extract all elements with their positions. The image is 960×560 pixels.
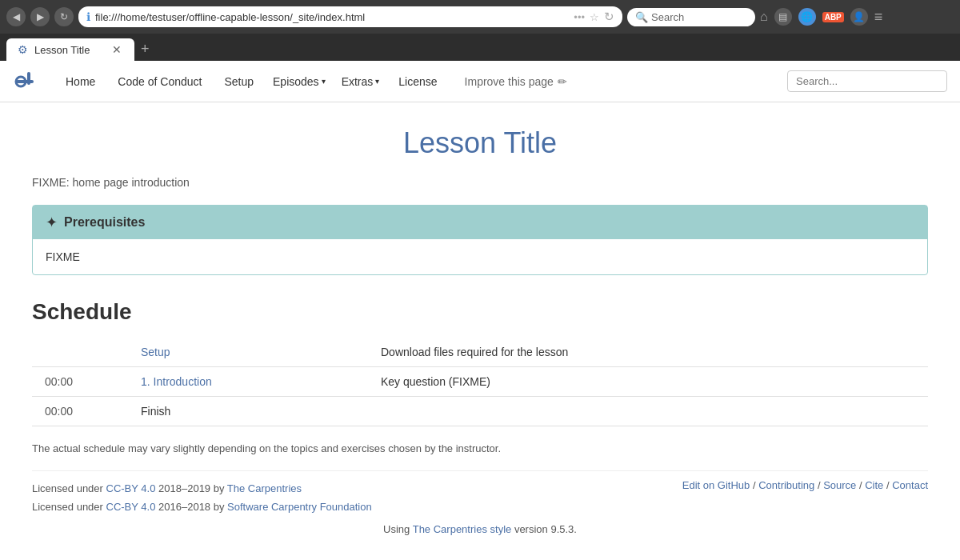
extras-dropdown-arrow: ▾ bbox=[375, 77, 379, 86]
schedule-link-0[interactable]: Setup bbox=[128, 338, 368, 367]
footer-source-link[interactable]: Source bbox=[823, 479, 856, 491]
footer-software-carpentry-link[interactable]: Software Carpentry Foundation bbox=[227, 501, 372, 513]
footer-center: Using The Carpentries style version 9.5.… bbox=[32, 523, 928, 535]
footer-right: Edit on GitHub / Contributing / Source /… bbox=[682, 479, 928, 491]
nav-setup[interactable]: Setup bbox=[213, 70, 265, 93]
active-tab[interactable]: ⚙ Lesson Title ✕ bbox=[6, 38, 134, 61]
schedule-finish-2: Finish bbox=[128, 397, 368, 426]
footer-cite-link[interactable]: Cite bbox=[865, 479, 883, 491]
nav-episodes[interactable]: Episodes ▾ bbox=[265, 70, 334, 93]
more-icon: ••• bbox=[574, 11, 585, 23]
prerequisites-body: FIXME bbox=[33, 239, 927, 274]
schedule-time-0 bbox=[32, 338, 128, 367]
footer-left: Licensed under CC-BY 4.0 2018–2019 by Th… bbox=[32, 479, 372, 517]
nav-license[interactable]: License bbox=[387, 70, 448, 93]
star-icon: ☆ bbox=[590, 11, 599, 23]
schedule-desc-0: Download files required for the lesson bbox=[368, 338, 928, 367]
nav-home[interactable]: Home bbox=[54, 70, 106, 93]
footer-cc-by-2[interactable]: CC-BY 4.0 bbox=[106, 501, 156, 513]
footer-license-1: Licensed under CC-BY 4.0 2018–2019 by Th… bbox=[32, 479, 372, 498]
new-tab-button[interactable]: + bbox=[134, 38, 156, 61]
pencil-icon: ✏ bbox=[558, 75, 567, 88]
footer-carpentries-style-link[interactable]: The Carpentries style bbox=[413, 523, 512, 535]
intro-text: FIXME: home page introduction bbox=[32, 176, 928, 189]
search-icon: 🔍 bbox=[635, 11, 648, 23]
back-button[interactable]: ◀ bbox=[6, 7, 26, 26]
footer-contributing-link[interactable]: Contributing bbox=[758, 479, 814, 491]
prerequisites-header: ✦ Prerequisites bbox=[33, 206, 927, 239]
schedule-note: The actual schedule may vary slightly de… bbox=[32, 442, 928, 454]
browser-icons: ⌂ ▤ 🌐 ABP 👤 ≡ bbox=[760, 8, 882, 26]
browser-search-placeholder: Search bbox=[651, 11, 684, 23]
star-icon: ✦ bbox=[46, 214, 58, 231]
schedule-link-setup[interactable]: Setup bbox=[141, 346, 170, 358]
schedule-link-1[interactable]: 1. Introduction bbox=[128, 367, 368, 397]
profile-icon[interactable]: 👤 bbox=[850, 8, 868, 26]
menu-icon[interactable]: ≡ bbox=[874, 9, 883, 26]
reload-icon: ↻ bbox=[604, 10, 614, 24]
tab-bar: ⚙ Lesson Title ✕ + bbox=[0, 34, 960, 61]
main-content: Lesson Title FIXME: home page introducti… bbox=[0, 102, 960, 560]
home-icon[interactable]: ⌂ bbox=[760, 10, 768, 24]
browser-search-bar[interactable]: 🔍 Search bbox=[627, 8, 755, 26]
reader-icon[interactable]: ▤ bbox=[774, 8, 792, 26]
table-row: 00:00 1. Introduction Key question (FIXM… bbox=[32, 367, 928, 397]
site-search-input[interactable] bbox=[787, 70, 947, 92]
nav-improve-page[interactable]: Improve this page ✏ bbox=[465, 75, 567, 88]
footer-inner: Licensed under CC-BY 4.0 2018–2019 by Th… bbox=[32, 479, 928, 517]
info-icon: ℹ bbox=[86, 10, 90, 23]
schedule-desc-2 bbox=[368, 397, 928, 426]
schedule-title: Schedule bbox=[32, 299, 928, 325]
schedule-time-2: 00:00 bbox=[32, 397, 128, 426]
address-bar[interactable]: ℹ file:///home/testuser/offline-capable-… bbox=[78, 6, 622, 27]
svg-rect-2 bbox=[27, 72, 30, 85]
nav-code-of-conduct[interactable]: Code of Conduct bbox=[106, 70, 213, 93]
prerequisites-title: Prerequisites bbox=[64, 215, 145, 230]
footer-edit-github[interactable]: Edit on GitHub bbox=[682, 479, 750, 491]
globe-icon[interactable]: 🌐 bbox=[798, 8, 816, 26]
schedule-desc-1: Key question (FIXME) bbox=[368, 367, 928, 397]
site-logo[interactable] bbox=[13, 66, 45, 98]
adblock-icon[interactable]: ABP bbox=[822, 12, 844, 22]
prerequisites-box: ✦ Prerequisites FIXME bbox=[32, 205, 928, 275]
schedule-table: Setup Download files required for the le… bbox=[32, 338, 928, 426]
footer-contact-link[interactable]: Contact bbox=[892, 479, 928, 491]
reload-button[interactable]: ↻ bbox=[54, 7, 74, 26]
schedule-link-introduction[interactable]: 1. Introduction bbox=[141, 375, 212, 388]
nav-links: Home Code of Conduct Setup Episodes ▾ Ex… bbox=[54, 70, 787, 93]
url-text: file:///home/testuser/offline-capable-le… bbox=[95, 11, 569, 23]
footer-cc-by-1[interactable]: CC-BY 4.0 bbox=[106, 482, 156, 494]
page-title: Lesson Title bbox=[32, 126, 928, 160]
tab-close-button[interactable]: ✕ bbox=[110, 43, 123, 56]
footer-license-2: Licensed under CC-BY 4.0 2016–2018 by So… bbox=[32, 498, 372, 516]
nav-extras[interactable]: Extras ▾ bbox=[334, 70, 388, 93]
tab-title: Lesson Title bbox=[34, 44, 90, 56]
table-row: 00:00 Finish bbox=[32, 397, 928, 426]
table-row: Setup Download files required for the le… bbox=[32, 338, 928, 367]
tab-icon: ⚙ bbox=[18, 43, 28, 56]
forward-button[interactable]: ▶ bbox=[30, 7, 50, 26]
browser-chrome: ◀ ▶ ↻ ℹ file:///home/testuser/offline-ca… bbox=[0, 0, 960, 34]
footer: Licensed under CC-BY 4.0 2018–2019 by Th… bbox=[32, 470, 928, 543]
episodes-dropdown-arrow: ▾ bbox=[322, 77, 326, 86]
schedule-time-1: 00:00 bbox=[32, 367, 128, 397]
site-nav: Home Code of Conduct Setup Episodes ▾ Ex… bbox=[0, 61, 960, 102]
footer-carpentries-link[interactable]: The Carpentries bbox=[227, 482, 302, 494]
